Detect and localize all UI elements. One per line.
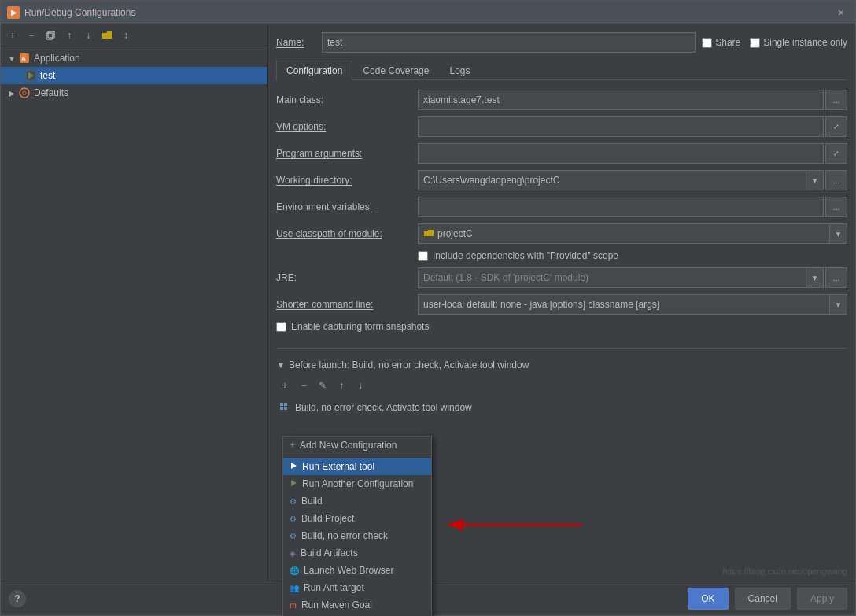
main-class-input[interactable]: [418, 90, 824, 110]
run-ant-label: Run Ant target: [304, 582, 364, 593]
close-button[interactable]: ×: [833, 5, 849, 20]
run-external-label: Run External tool: [302, 461, 374, 472]
test-label: test: [40, 70, 55, 81]
env-vars-browse-btn[interactable]: ...: [825, 197, 847, 217]
dropdown-run-another[interactable]: Run Another Configuration: [283, 475, 431, 492]
include-deps-checkbox[interactable]: [418, 251, 428, 261]
working-dir-input[interactable]: [418, 170, 806, 190]
capture-snapshots-label: Enable capturing form snapshots: [291, 321, 429, 332]
application-label: Application: [34, 53, 80, 64]
before-launch-edit-btn[interactable]: ✎: [314, 377, 331, 394]
before-launch-down-btn[interactable]: ↓: [352, 377, 369, 394]
ok-button[interactable]: OK: [688, 588, 728, 610]
svg-rect-0: [46, 33, 53, 39]
build-no-error-label: Build, no error check: [301, 530, 388, 541]
run-external-icon: [290, 461, 297, 472]
before-launch-item-label: Build, no error check, Activate tool win…: [295, 402, 472, 413]
build-artifacts-icon: ◈: [290, 549, 296, 558]
dropdown-launch-browser[interactable]: 🌐 Launch Web Browser: [283, 562, 431, 579]
tab-logs[interactable]: Logs: [439, 61, 480, 80]
working-dir-arrow: ▼: [806, 170, 824, 190]
dialog-title: Run/Debug Configurations: [24, 7, 833, 18]
before-launch-up-btn[interactable]: ↑: [333, 377, 350, 394]
share-label: Share: [715, 37, 740, 48]
tree-application-group[interactable]: ▼ A Application: [1, 50, 268, 67]
shorten-cmd-group: ▼: [418, 294, 847, 315]
share-checkbox[interactable]: [702, 38, 712, 48]
shorten-cmd-row: Shorten command line: ▼: [276, 294, 847, 315]
tabs-bar: Configuration Code Coverage Logs: [276, 61, 847, 80]
svg-marker-12: [291, 463, 297, 469]
main-class-input-group: ...: [418, 90, 847, 110]
main-class-row: Main class: ...: [276, 90, 847, 110]
config-tree: ▼ A Application: [1, 46, 268, 581]
folder-btn[interactable]: [98, 27, 116, 44]
shorten-cmd-arrow[interactable]: ▼: [830, 294, 847, 315]
add-config-btn[interactable]: +: [4, 27, 21, 44]
dropdown-build[interactable]: ⚙ Build: [283, 492, 431, 510]
test-run-icon: [24, 69, 37, 82]
jre-input-group: ▼ ...: [418, 267, 847, 288]
capture-snapshots-row: Enable capturing form snapshots: [276, 321, 847, 332]
name-input[interactable]: [322, 32, 696, 53]
tab-configuration[interactable]: Configuration: [276, 61, 352, 80]
vm-options-expand-btn[interactable]: ⤢: [825, 116, 847, 137]
apply-button[interactable]: Apply: [797, 588, 847, 610]
tree-test-item[interactable]: test: [1, 67, 268, 84]
dropdown-run-ant[interactable]: 👥 Run Ant target: [283, 579, 431, 596]
move-down-btn[interactable]: ↓: [79, 27, 97, 44]
shorten-cmd-label: Shorten command line:: [276, 299, 418, 310]
dropdown-run-maven[interactable]: m Run Maven Goal: [283, 596, 431, 614]
before-launch-add-btn[interactable]: +: [276, 377, 293, 394]
tab-code-coverage[interactable]: Code Coverage: [352, 61, 439, 80]
tree-arrow-application: ▼: [7, 53, 17, 63]
launch-browser-icon: 🌐: [290, 566, 299, 575]
dropdown-build-no-error[interactable]: ⚙ Build, no error check: [283, 527, 431, 544]
jre-browse-btn[interactable]: ...: [825, 267, 847, 288]
title-bar: ▶ Run/Debug Configurations ×: [1, 1, 855, 24]
before-launch-item: Build, no error check, Activate tool win…: [276, 399, 847, 416]
copy-config-btn[interactable]: [42, 27, 59, 44]
classpath-input-group: ▼: [418, 223, 847, 244]
jre-row: JRE: ▼ ...: [276, 267, 847, 288]
dropdown-run-external[interactable]: Run External tool: [283, 458, 431, 475]
vm-options-input-group: ⤢: [418, 116, 847, 137]
classpath-row: Use classpath of module: ▼: [276, 223, 847, 244]
dropdown-build-project[interactable]: ⚙ Build Project: [283, 510, 431, 527]
program-args-expand-btn[interactable]: ⤢: [825, 143, 847, 164]
single-instance-checkbox[interactable]: [750, 38, 760, 48]
add-new-icon: +: [290, 440, 295, 451]
before-launch-toolbar: + − ✎ ↑ ↓: [276, 377, 847, 394]
env-vars-input-group: ...: [418, 197, 847, 217]
working-dir-browse-btn[interactable]: ...: [825, 170, 847, 190]
add-new-label: Add New Configuration: [300, 440, 397, 451]
main-class-browse-btn[interactable]: ...: [825, 90, 847, 110]
help-button[interactable]: ?: [9, 590, 26, 607]
include-deps-row: Include dependencies with "Provided" sco…: [276, 250, 847, 261]
svg-rect-1: [48, 31, 54, 38]
dropdown-build-artifacts[interactable]: ◈ Build Artifacts: [283, 544, 431, 562]
before-launch-remove-btn[interactable]: −: [295, 377, 312, 394]
capture-snapshots-checkbox[interactable]: [276, 322, 286, 332]
remove-config-btn[interactable]: −: [23, 27, 40, 44]
move-up-btn[interactable]: ↑: [61, 27, 78, 44]
svg-rect-8: [280, 403, 283, 406]
vm-options-input[interactable]: [418, 116, 824, 137]
cancel-button[interactable]: Cancel: [735, 588, 791, 610]
jre-arrow[interactable]: ▼: [806, 267, 824, 288]
defaults-label: Defaults: [34, 87, 68, 98]
dropdown-add-new[interactable]: + Add New Configuration: [283, 437, 431, 454]
jre-input[interactable]: [418, 267, 806, 288]
shorten-cmd-input[interactable]: [418, 294, 830, 315]
run-another-icon: [290, 478, 297, 489]
svg-rect-10: [280, 407, 283, 410]
config-toolbar: + − ↑ ↓ ↕: [1, 24, 268, 46]
classpath-arrow[interactable]: ▼: [830, 223, 847, 244]
sort-btn[interactable]: ↕: [117, 27, 135, 44]
tree-defaults-item[interactable]: ▶ D Defaults: [1, 84, 268, 101]
program-args-input[interactable]: [418, 143, 824, 164]
classpath-label: Use classpath of module:: [276, 228, 418, 239]
run-ant-icon: 👥: [290, 584, 299, 592]
classpath-input[interactable]: [437, 228, 825, 239]
env-vars-input[interactable]: [418, 197, 824, 217]
